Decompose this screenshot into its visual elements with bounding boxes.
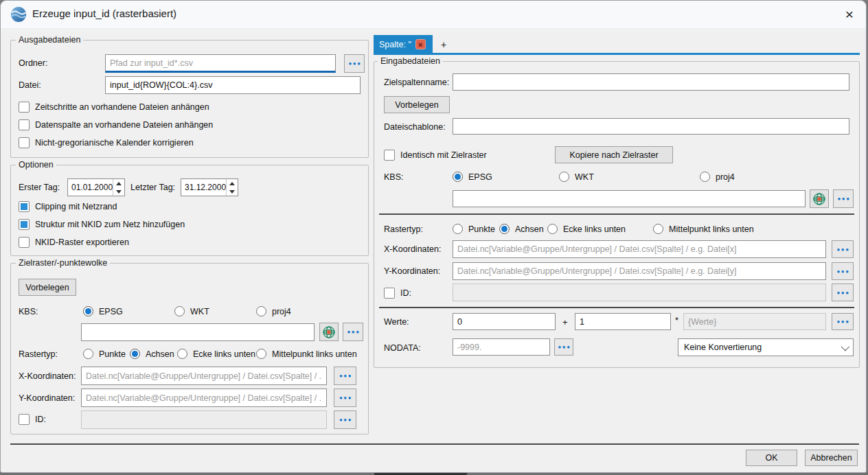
radio-zielraster-kbs-epsg[interactable]: EPSG (83, 305, 123, 317)
datei-input[interactable] (105, 76, 361, 94)
checkbox-box-checked[interactable] (19, 201, 30, 212)
konvertierung-dropdown[interactable]: Keine Konvertierung (678, 338, 854, 356)
radio-eingabe-kbs-wkt[interactable]: WKT (559, 171, 594, 183)
spin-down-icon[interactable] (227, 187, 238, 196)
werte-offset-input[interactable] (453, 313, 556, 330)
checkbox-box[interactable] (19, 102, 30, 113)
checkbox-clipping-netzrand[interactable]: Clipping mit Netzrand (19, 200, 117, 212)
radio-circle[interactable] (700, 172, 710, 182)
eingabe-id-browse-button[interactable]: ●●● (832, 283, 854, 301)
tab-spalte[interactable]: Spalte: " × (374, 35, 433, 54)
radio-zielraster-kbs-wkt[interactable]: WKT (174, 305, 209, 317)
radio-label: proj4 (272, 307, 291, 316)
zielraster-vorbelegen-button[interactable]: Vorbelegen (19, 279, 76, 296)
radio-circle[interactable] (256, 349, 266, 359)
werte-browse-button[interactable]: ●●● (832, 313, 854, 330)
checkbox-label: Clipping mit Netzrand (35, 202, 117, 211)
tab-close-icon[interactable]: × (415, 39, 426, 49)
zielraster-id-browse-button[interactable]: ●●● (334, 410, 356, 429)
checkbox-zielraster-id[interactable]: ID: (19, 413, 46, 425)
radio-circle-selected[interactable] (453, 172, 463, 182)
radio-eingabe-kbs-epsg[interactable]: EPSG (453, 171, 492, 183)
radio-label: Mittelpunkt links unten (272, 349, 357, 359)
radio-circle-selected[interactable] (83, 306, 93, 316)
radio-circle[interactable] (453, 224, 463, 234)
checkbox-eingabe-id[interactable]: ID: (384, 287, 411, 299)
eingabe-x-browse-button[interactable]: ●●● (832, 240, 854, 258)
globe-icon (322, 325, 336, 339)
erster-tag-value[interactable] (68, 179, 113, 196)
tab-add-column[interactable]: + (433, 35, 454, 54)
eingabe-y-input[interactable] (453, 262, 826, 280)
eingabe-globe-icon[interactable] (810, 189, 829, 208)
radio-circle[interactable] (256, 306, 266, 316)
checkbox-nkid-raster-exportieren[interactable]: NKID-Raster exportieren (19, 236, 129, 248)
kopiere-nach-zielraster-button[interactable]: Kopiere nach Zielraster (555, 146, 673, 163)
nodata-input[interactable] (453, 338, 550, 356)
eingabe-kbs-browse-button[interactable]: ●●● (833, 189, 854, 208)
eingabe-kbs-input[interactable] (453, 190, 806, 207)
checkbox-identisch-zielraster[interactable]: Identisch mit Zielraster (384, 149, 487, 161)
letzter-tag-spinbox[interactable] (181, 178, 238, 196)
zielraster-y-browse-button[interactable]: ●●● (334, 389, 356, 407)
radio-circle-selected[interactable] (499, 224, 510, 234)
window-title: Erzeuge input_id (rasterbasiert) (32, 8, 176, 19)
ordner-input[interactable] (105, 54, 336, 73)
checkbox-box[interactable] (19, 137, 30, 148)
letzter-tag-label: Letzter Tag: (130, 183, 175, 192)
zielraster-kbs-input[interactable] (81, 323, 315, 341)
zielraster-y-label: Y-Koordinaten: (19, 393, 75, 403)
radio-zielraster-ecke[interactable]: Ecke links unten (177, 348, 255, 360)
checkbox-box[interactable] (19, 414, 30, 425)
cancel-button[interactable]: Abbrechen (805, 450, 858, 466)
zielspaltenname-input[interactable] (453, 73, 849, 91)
radio-eingabe-ecke[interactable]: Ecke links unten (547, 223, 626, 235)
window-close-icon[interactable]: × (838, 4, 860, 25)
spin-up-icon[interactable] (227, 179, 238, 187)
checkbox-box[interactable] (384, 288, 395, 299)
zielraster-y-input[interactable] (81, 389, 327, 407)
spin-down-icon[interactable] (113, 187, 124, 196)
letzter-tag-value[interactable] (181, 179, 226, 196)
radio-circle[interactable] (174, 306, 185, 316)
radio-circle[interactable] (559, 172, 569, 182)
dialog-erzeuge-input-id: Erzeuge input_id (rasterbasiert) × Ausga… (0, 0, 867, 473)
zielraster-x-browse-button[interactable]: ●●● (334, 367, 356, 385)
radio-circle[interactable] (177, 349, 187, 359)
spin-up-icon[interactable] (113, 179, 124, 187)
radio-eingabe-punkte[interactable]: Punkte (453, 223, 495, 235)
checkbox-box[interactable] (19, 237, 30, 248)
radio-circle[interactable] (547, 224, 558, 234)
radio-eingabe-kbs-proj4[interactable]: proj4 (700, 171, 735, 183)
ok-button[interactable]: OK (746, 450, 797, 466)
dateischablone-input[interactable] (453, 118, 849, 135)
radio-zielraster-kbs-proj4[interactable]: proj4 (256, 305, 291, 317)
zielraster-globe-icon[interactable] (319, 323, 339, 341)
eingabe-vorbelegen-button[interactable]: Vorbelegen (384, 96, 450, 113)
checkbox-box[interactable] (19, 119, 30, 130)
radio-label: Punkte (468, 224, 495, 234)
zielraster-kbs-browse-button[interactable]: ●●● (343, 323, 363, 341)
werte-factor-input[interactable] (575, 313, 671, 330)
checkbox-kalender-korrigieren[interactable]: Nicht-gregorianische Kalender korrigiere… (19, 137, 194, 148)
checkbox-box-checked[interactable] (19, 219, 30, 230)
radio-zielraster-mittelpunkt[interactable]: Mittelpunkt links unten (256, 348, 357, 360)
radio-circle-selected[interactable] (130, 349, 140, 359)
radio-circle[interactable] (83, 349, 93, 359)
zielraster-x-input[interactable] (81, 367, 327, 385)
nodata-browse-button[interactable]: ●●● (554, 338, 573, 356)
checkbox-struktur-nkid[interactable]: Struktur mit NKID zum Netz hinzufügen (19, 218, 185, 230)
checkbox-datenspalte-anhaengen[interactable]: Datenspalte an vorhandene Dateien anhäng… (19, 119, 213, 130)
radio-eingabe-achsen[interactable]: Achsen (499, 223, 544, 235)
radio-zielraster-punkte[interactable]: Punkte (83, 348, 126, 360)
radio-circle[interactable] (653, 224, 663, 234)
checkbox-box[interactable] (384, 150, 395, 161)
times-sign: * (675, 315, 678, 325)
checkbox-zeitschritte-anhaengen[interactable]: Zeitschritte an vorhandene Dateien anhän… (19, 101, 209, 113)
ordner-browse-button[interactable]: ●●● (344, 54, 365, 73)
radio-zielraster-achsen[interactable]: Achsen (130, 348, 174, 360)
erster-tag-spinbox[interactable] (67, 178, 125, 196)
eingabe-x-input[interactable] (453, 240, 826, 258)
eingabe-y-browse-button[interactable]: ●●● (832, 262, 854, 280)
radio-eingabe-mittelpunkt[interactable]: Mittelpunkt links unten (653, 223, 754, 235)
